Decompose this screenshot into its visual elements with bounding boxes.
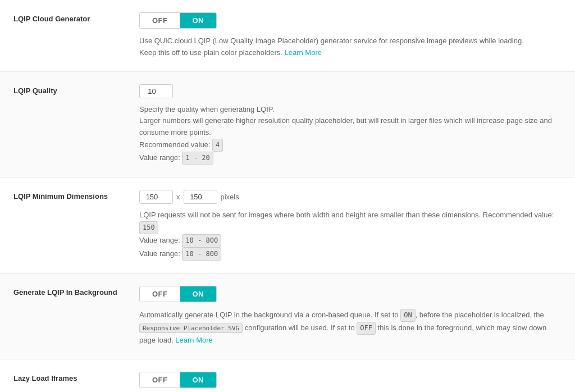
desc-lqip-quality: Specify the quality when generating LQIP…	[139, 104, 562, 165]
dimension-unit-label: pixels	[221, 193, 239, 201]
setting-label-lqip-quality: LQIP Quality	[13, 84, 126, 95]
setting-row-lqip-quality: LQIP Quality Specify the quality when ge…	[0, 72, 575, 178]
on-badge-generate-lqip: ON	[400, 309, 415, 322]
toggle-on-lazy-load-iframes[interactable]: ON	[180, 372, 217, 388]
setting-label-lqip-cloud-generator: LQIP Cloud Generator	[13, 12, 126, 23]
setting-label-lqip-min-dimensions: LQIP Minimum Dimensions	[13, 190, 126, 200]
settings-container: LQIP Cloud Generator OFF ON Use QUIC.clo…	[0, 0, 575, 392]
setting-row-lazy-load-iframes: Lazy Load Iframes OFF ON Load iframes on…	[0, 359, 575, 392]
setting-content-lqip-cloud-generator: OFF ON Use QUIC.cloud LQIP (Low Quality …	[126, 12, 562, 59]
learn-more-link-generate-lqip-bg[interactable]: Learn More	[175, 336, 212, 344]
setting-row-lqip-cloud-generator: LQIP Cloud Generator OFF ON Use QUIC.clo…	[0, 0, 575, 72]
toggle-off-lazy-load-iframes[interactable]: OFF	[140, 372, 180, 388]
setting-label-lazy-load-iframes: Lazy Load Iframes	[13, 372, 126, 382]
off-badge-generate-lqip: OFF	[357, 322, 376, 335]
lqip-width-input[interactable]	[139, 190, 173, 204]
setting-row-generate-lqip-bg: Generate LQIP In Background OFF ON Autom…	[0, 274, 575, 359]
recommended-value-badge-lqip-dim: 150	[139, 221, 158, 234]
desc-lqip-cloud-generator: Use QUIC.cloud LQIP (Low Quality Image P…	[139, 35, 562, 59]
responsive-placeholder-badge: Responsive Placeholder SVG	[139, 323, 243, 333]
desc-generate-lqip-bg: Automatically generate LQIP in the backg…	[139, 309, 562, 347]
toggle-group-lqip-cloud-generator: OFF ON	[139, 12, 217, 29]
setting-content-lqip-quality: Specify the quality when generating LQIP…	[126, 84, 562, 165]
toggle-group-generate-lqip-bg: OFF ON	[139, 286, 217, 302]
setting-content-lqip-min-dimensions: x pixels LQIP requests will not be sent …	[126, 190, 562, 260]
lqip-height-input[interactable]	[184, 190, 217, 204]
setting-content-generate-lqip-bg: OFF ON Automatically generate LQIP in th…	[126, 286, 562, 347]
desc-lqip-min-dimensions: LQIP requests will not be sent for image…	[139, 209, 562, 260]
value-range-badge-lqip-quality: 1 - 20	[182, 152, 213, 165]
setting-label-generate-lqip-bg: Generate LQIP In Background	[13, 286, 126, 297]
learn-more-link-lqip-cloud[interactable]: Learn More	[284, 48, 321, 57]
setting-content-lazy-load-iframes: OFF ON Load iframes only when they enter…	[126, 372, 562, 392]
lqip-quality-input[interactable]	[139, 84, 173, 98]
recommended-value-badge-lqip-quality: 4	[212, 139, 223, 152]
toggle-off-lqip-cloud-generator[interactable]: OFF	[140, 13, 180, 28]
toggle-group-lazy-load-iframes: OFF ON	[139, 372, 217, 388]
setting-row-lqip-min-dimensions: LQIP Minimum Dimensions x pixels LQIP re…	[0, 177, 575, 273]
toggle-on-generate-lqip-bg[interactable]: ON	[180, 286, 217, 302]
value-range-badge-lqip-dim-h: 10 - 800	[182, 248, 221, 261]
dimension-separator: x	[176, 193, 180, 201]
toggle-on-lqip-cloud-generator[interactable]: ON	[180, 13, 217, 28]
toggle-off-generate-lqip-bg[interactable]: OFF	[140, 286, 180, 302]
dimension-group-lqip: x pixels	[139, 190, 562, 204]
value-range-badge-lqip-dim-w: 10 - 800	[182, 234, 221, 247]
